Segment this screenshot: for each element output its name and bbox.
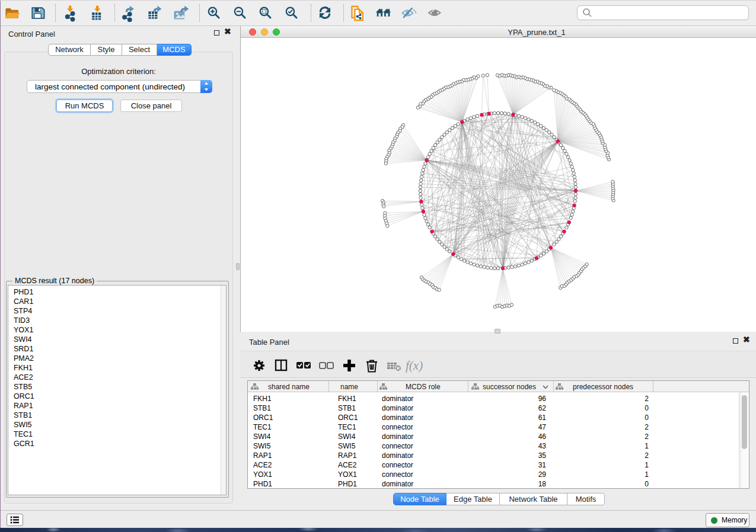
svg-text:f(x): f(x): [406, 358, 423, 373]
